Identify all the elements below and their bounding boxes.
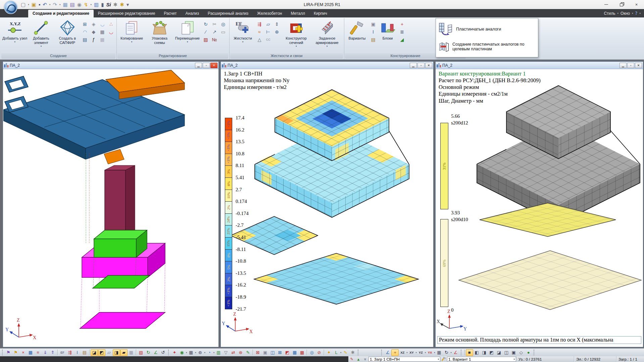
prev-loadcase-icon[interactable]: ▲ [355,357,362,361]
minimize-button[interactable] [599,0,614,9]
labels-icon[interactable]: L [333,349,340,356]
view-right-icon[interactable]: ◫ [503,349,510,356]
reinforcement-view-canvas[interactable]: Вариант конструирования:Вариант 1 Расчет… [436,69,643,347]
arrows-down-icon[interactable]: ⇓ [42,349,49,356]
springs-icon[interactable]: ≈ [256,29,263,35]
grid-small-icon[interactable]: ▦ [435,349,443,356]
ribbon-tab-2[interactable]: Расширенное редактирование [94,10,160,17]
variant-selector[interactable]: 1. Вариант 1▾ [447,357,516,362]
flip-icon[interactable]: ⇄ [230,349,237,356]
ef-circle-icon-dropdown[interactable]: ▾ [204,351,205,354]
unselect-cube-icon[interactable]: ⊠ [254,349,261,356]
dome-icon[interactable]: ◡ [99,21,106,28]
rotate-icon[interactable]: ↻ [202,21,209,28]
flag-gold-icon[interactable]: ⚑ [12,349,19,356]
show-plates-icon[interactable]: ◪ [91,349,98,356]
flyout-item-plate-analogs[interactable]: Пластинчатые аналоги [439,20,535,38]
loads-icon[interactable]: ⇶ [66,349,73,356]
save-icon[interactable]: ▪ [39,2,40,7]
menu-style[interactable]: Стиль [604,11,615,16]
arrows-up-icon[interactable]: ⇑ [49,349,56,356]
compass-icon[interactable]: ◔ [206,349,213,356]
ef-circle-icon[interactable]: ⊜ [197,349,204,356]
assigned-reinforcement-button[interactable]: Заданное армирование▾ [312,19,342,53]
projection-xy-icon-dropdown[interactable]: ▾ [416,351,417,354]
show-slabs-icon[interactable]: ▰ [120,349,128,356]
fragment-icon[interactable]: ▦ [27,349,34,356]
add-element-button[interactable]: Добавить элемент▾ [29,19,53,53]
next-loadcase-icon[interactable]: ▼ [362,357,368,361]
qat-more-icon[interactable]: ▾ [127,2,129,7]
flashlight-icon[interactable]: ✦ [325,349,333,356]
delete-icon[interactable]: × [19,349,27,356]
brush-icon[interactable]: ✎ [244,349,252,356]
view-front-icon[interactable]: ◨ [481,349,488,356]
undo-icon[interactable]: ↶ [43,2,47,7]
axes-blue-icon[interactable]: ∠ [384,349,391,356]
grid-select-icon[interactable]: ▦ [187,349,195,356]
rebar-plus-icon[interactable]: + [398,21,406,28]
child-restore-button[interactable]: ▫ [627,63,634,68]
variant-hammer-icon[interactable] [440,357,447,362]
rotate-view-icon-dropdown[interactable]: ▾ [450,351,451,354]
redo-icon-dropdown[interactable]: ▾ [59,3,61,6]
model-box-icon[interactable]: ▦ [63,2,67,7]
move-view-icon[interactable]: + [391,349,399,356]
stiffness-ef-icon[interactable]: EF [59,349,66,356]
view-top-icon[interactable]: ◧ [473,349,481,356]
pack-model-button[interactable]: Упаковка схемы [146,19,173,53]
undo-view-icon[interactable]: ↺ [159,349,167,356]
select-cube-icon[interactable]: ⊠ [276,349,284,356]
projection-yx-icon[interactable]: YX [426,349,434,356]
child-titlebar[interactable]: ПА_2 ▁ ▫ ✕ [436,62,643,69]
ground-spring-icon[interactable]: ⊕ [273,29,281,35]
child-titlebar[interactable]: ПА_2 ▁ ▫ ✕ [3,62,218,69]
show-mesh-icon[interactable]: ▦ [128,349,135,356]
open-file-icon[interactable]: ▣ [32,2,36,7]
ribbon-tab-1[interactable]: Создание и редактирование [28,10,94,17]
gray-cube-icon[interactable]: ▣ [261,349,269,356]
move-button[interactable]: Перемещение▾ [174,19,201,53]
scissors-icon[interactable]: ✂ [211,21,218,28]
flyout-item-create-plate-analogs[interactable]: Создание пластинчатых аналогов по целевы… [439,38,535,55]
poly-filter-icon[interactable]: ✦ [171,349,178,356]
model-view-canvas[interactable]: Z X Y [3,69,218,347]
child-window-model[interactable]: ПА_2 ▁ ▫ ✕ [3,61,219,347]
view-bottom-icon[interactable]: ▣ [510,349,517,356]
rotate-view-icon[interactable]: ↻ [443,349,450,356]
child-window-reinforcement[interactable]: ПА_2 ▁ ▫ ✕ Вариант конструирования:Вариа… [435,61,643,347]
building-icon[interactable]: ▤ [81,36,89,43]
ribbon-tab-6[interactable]: Железобетон [253,10,286,17]
loadcase-edit-icon[interactable]: ✎ [348,357,355,361]
axes-green-icon[interactable]: ∠ [152,349,159,356]
copy-button[interactable]: Копирование▾ [118,19,145,53]
undo-icon-dropdown[interactable]: ▾ [49,3,51,6]
sphere-select-icon-dropdown[interactable]: ▾ [186,351,187,354]
ribbon-tab-5[interactable]: Расширенный анализ [203,10,253,17]
cube-move-icon[interactable]: ◆ [90,29,97,35]
loadcase-selector[interactable]: 1. Загр 1 СВ+ПН▾ [368,357,440,362]
projection-xz-icon-dropdown[interactable]: ▾ [406,351,407,354]
sapfir-si-icon[interactable]: Si [106,2,111,7]
child-close-button[interactable]: ✕ [210,63,217,68]
truss-icon[interactable]: ◠ [81,29,89,35]
settings-tools-icon[interactable]: ✱ [113,2,118,7]
select-zoom-icon[interactable]: ◎ [219,21,227,28]
panel-icon[interactable]: ▭ [219,29,227,35]
ibeam-icon[interactable]: I [369,29,377,35]
sphere-select-icon[interactable]: ◉ [178,349,186,356]
compass-icon-dropdown[interactable]: ▾ [213,351,214,354]
stress-view-canvas[interactable]: 1.Загр 1 СВ+ПН Мозаика напряжений по Ny … [221,69,433,347]
frame-icon[interactable]: ⊞ [81,21,89,28]
stiffness-button[interactable]: EF Жесткости▾ [231,19,254,53]
resize-icon[interactable]: ↗ [211,29,218,35]
rebar-lines-icon[interactable]: ≣ [398,29,406,35]
plate-icon[interactable]: ▱ [264,21,272,28]
axes-red-icon[interactable]: ∠ [452,349,459,356]
crane-icon[interactable]: △ [256,36,263,43]
app-logo-icon[interactable] [4,1,17,14]
numbering-icon[interactable]: № [211,36,218,43]
help-button[interactable]: ? [635,11,637,16]
blocks-button[interactable]: Блоки [378,19,397,53]
child-window-stress[interactable]: ПА_2 ▁ ▫ ✕ 1.Загр 1 СВ+ПН Мозаика напряж… [220,61,434,347]
